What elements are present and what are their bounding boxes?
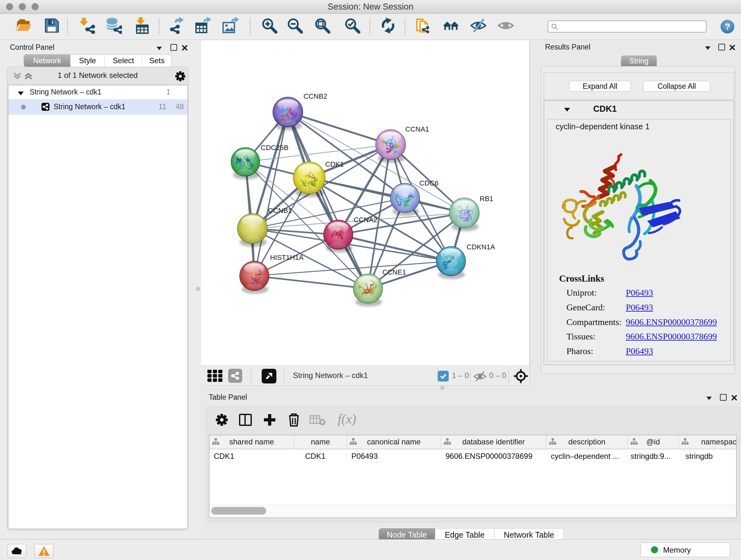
svg-text:CCNE1: CCNE1: [382, 268, 406, 276]
svg-text:CDK1: CDK1: [325, 160, 344, 168]
svg-text:HIST1H1A: HIST1H1A: [270, 253, 304, 261]
svg-text:CCNA1: CCNA1: [405, 125, 429, 133]
svg-text:CCNB1: CCNB1: [268, 206, 292, 214]
svg-text:RB1: RB1: [480, 195, 493, 203]
svg-text:CDC25B: CDC25B: [261, 144, 288, 152]
svg-text:CDC6: CDC6: [419, 179, 439, 187]
svg-text:CCNB2: CCNB2: [304, 92, 327, 100]
svg-text:CDKN1A: CDKN1A: [467, 243, 495, 251]
svg-text:CCNA2: CCNA2: [354, 216, 378, 224]
